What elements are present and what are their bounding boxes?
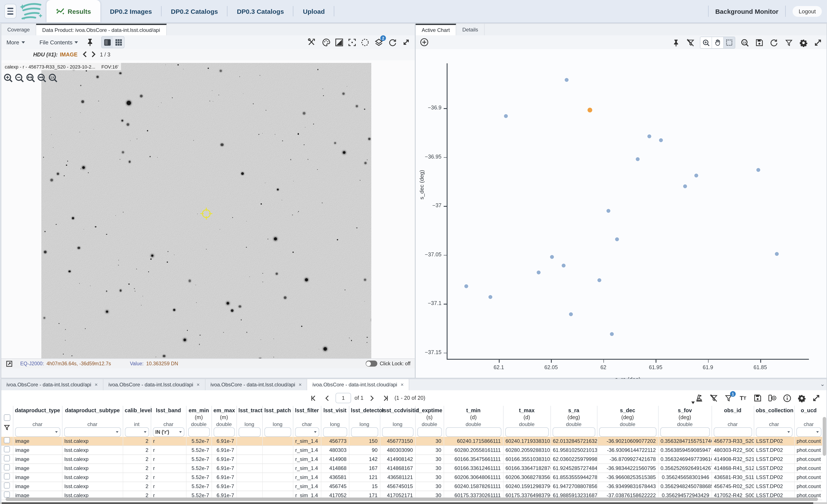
first-page-icon[interactable] xyxy=(308,393,318,403)
pin-icon[interactable] xyxy=(85,37,95,47)
table-tab-3[interactable]: ivoa.ObsCore - data-int.lsst.cloud/api× xyxy=(205,379,307,390)
data-point[interactable] xyxy=(683,184,687,188)
prev-page-icon[interactable] xyxy=(322,393,332,403)
zoom-1x-icon[interactable]: 1X xyxy=(48,73,58,83)
clear-chart-filter-icon[interactable] xyxy=(685,38,696,48)
tab-details[interactable]: Details xyxy=(456,24,485,35)
row-checkbox[interactable] xyxy=(4,455,10,461)
data-point[interactable] xyxy=(647,135,651,139)
main-tab-dp0-2-catalogs[interactable]: DP0.2 Catalogs xyxy=(161,0,228,22)
tab-data-product-ivoa-obscore-data-int-lsst-[interactable]: Data Product: ivoa.ObsCore - data-int.ls… xyxy=(36,24,166,35)
zoom-out-icon[interactable] xyxy=(15,73,24,83)
column-header-s_dec[interactable]: s_dec(deg)double xyxy=(597,406,658,427)
data-point[interactable] xyxy=(537,270,541,274)
chart-settings-icon[interactable] xyxy=(798,38,809,48)
open-expanded-icon[interactable] xyxy=(4,358,14,368)
table-vertical-scrollbar[interactable] xyxy=(823,417,826,456)
data-table[interactable]: dataproduct_typechardataproduct_subtypec… xyxy=(1,406,822,502)
rotate-north-icon[interactable] xyxy=(387,37,398,47)
analyze-icon[interactable] xyxy=(694,393,704,403)
page-number-input[interactable] xyxy=(336,393,351,403)
data-point[interactable] xyxy=(610,332,614,336)
click-lock-toggle[interactable] xyxy=(366,361,377,366)
row-checkbox[interactable] xyxy=(4,473,10,480)
main-tab-upload[interactable]: Upload xyxy=(293,0,334,22)
column-header-s_fov[interactable]: s_fov(deg)double xyxy=(658,406,712,427)
pin-chart-icon[interactable] xyxy=(671,38,681,48)
column-header-lsst_detector[interactable]: lsst_detectorlong xyxy=(349,406,380,427)
data-point[interactable] xyxy=(565,78,569,82)
column-header-lsst_ccdvisitid[interactable]: lsst_ccdvisitidlong xyxy=(380,406,415,427)
logout-button[interactable]: Logout xyxy=(792,6,822,16)
filter-select-calib_level[interactable] xyxy=(125,427,149,437)
table-horizontal-scrollbar[interactable] xyxy=(6,498,818,501)
column-header-t_min[interactable]: t_min(d)double xyxy=(444,406,503,427)
selected-data-point[interactable] xyxy=(587,108,592,112)
filter-input-t_exptime[interactable] xyxy=(417,427,442,437)
data-point[interactable] xyxy=(597,278,601,282)
filter-input-lsst_ccdvisitid[interactable] xyxy=(382,427,413,437)
column-header-lsst_filter[interactable]: lsst_filterchar xyxy=(293,406,321,427)
close-tab-icon[interactable]: × xyxy=(401,382,403,388)
filter-select-dataproduct_subtype[interactable] xyxy=(64,427,121,437)
center-image-icon[interactable] xyxy=(347,37,357,47)
data-point[interactable] xyxy=(636,157,640,161)
data-point[interactable] xyxy=(550,255,554,259)
filter-select-obs_collection[interactable] xyxy=(756,427,792,437)
main-tab-dp0-3-catalogs[interactable]: DP0.3 Catalogs xyxy=(228,0,293,22)
stretch-icon[interactable] xyxy=(334,37,344,47)
zoom-fill-icon[interactable] xyxy=(37,73,47,83)
filter-select-lsst_band[interactable]: IN ('r') xyxy=(153,427,184,437)
scatter-chart[interactable]: −36.9−36.95−37−37.05−37.1−37.1562.162.05… xyxy=(416,49,827,378)
last-page-icon[interactable] xyxy=(381,393,391,403)
hdu-next-icon[interactable] xyxy=(91,51,96,58)
data-point[interactable] xyxy=(569,312,573,316)
column-header-t_exptime[interactable]: t_exptime(s)double xyxy=(415,406,444,427)
data-point[interactable] xyxy=(756,168,760,172)
table-tab-2[interactable]: ivoa.ObsCore - data-int.lsst.cloud/api× xyxy=(103,379,205,390)
grid-view-icon[interactable] xyxy=(113,37,124,48)
add-chart-icon[interactable] xyxy=(419,37,429,47)
column-header-lsst_tract[interactable]: lsst_tractlong xyxy=(237,406,262,427)
chart-zoom-icon[interactable] xyxy=(700,37,712,48)
expand-table-icon[interactable] xyxy=(811,393,821,403)
table-tab-1[interactable]: ivoa.ObsCore - data-int.lsst.cloud/api× xyxy=(1,379,103,390)
table-filter-icon[interactable]: 1 xyxy=(723,393,734,403)
main-tab-results[interactable]: Results xyxy=(47,0,100,22)
column-header-lsst_patch[interactable]: lsst_patchlong xyxy=(262,406,293,427)
select-all-checkbox[interactable] xyxy=(4,414,10,421)
hamburger-menu-icon[interactable] xyxy=(4,4,16,18)
chart-select-icon[interactable] xyxy=(724,37,735,48)
data-point[interactable] xyxy=(615,237,619,241)
table-row-1[interactable]: imagelsst.calexp2r5.52e-76.91e-7r_sim_1.… xyxy=(1,437,822,445)
table-row-6[interactable]: imagelsst.calexp2r5.52e-76.91e-7r_sim_1.… xyxy=(1,482,822,491)
close-tab-icon[interactable]: × xyxy=(95,382,98,388)
filter-input-lsst_detector[interactable] xyxy=(351,427,378,437)
filter-input-em_min[interactable] xyxy=(188,427,209,437)
color-palette-icon[interactable] xyxy=(321,37,331,47)
table-row-5[interactable]: imagelsst.calexp2r5.52e-76.91e-7r_sim_1.… xyxy=(1,472,822,482)
select-region-icon[interactable] xyxy=(360,37,370,47)
restore-chart-icon[interactable] xyxy=(769,38,779,48)
data-point[interactable] xyxy=(504,114,508,118)
column-header-obs_id[interactable]: obs_idchar xyxy=(712,406,754,427)
filter-input-lsst_visit[interactable] xyxy=(323,427,347,437)
column-header-dataproduct_subtype[interactable]: dataproduct_subtypechar xyxy=(62,406,123,427)
filter-input-s_fov[interactable] xyxy=(660,427,710,437)
table-row-2[interactable]: imagelsst.calexp2r5.52e-76.91e-7r_sim_1.… xyxy=(1,445,822,454)
data-point[interactable] xyxy=(694,173,698,178)
column-header-em_max[interactable]: em_max(m)double xyxy=(211,406,237,427)
filter-input-lsst_tract[interactable] xyxy=(238,427,260,437)
data-point[interactable] xyxy=(562,264,566,267)
next-page-icon[interactable] xyxy=(367,393,377,403)
expand-panel-icon[interactable] xyxy=(401,37,411,47)
chart-filter-icon[interactable] xyxy=(783,38,794,48)
row-checkbox[interactable] xyxy=(4,492,10,498)
save-chart-icon[interactable] xyxy=(754,38,765,48)
row-checkbox[interactable] xyxy=(4,446,10,452)
info-icon[interactable] xyxy=(782,393,792,403)
column-header-lsst_band[interactable]: lsst_bandchar xyxy=(151,406,186,427)
table-row-4[interactable]: imagelsst.calexp2r5.52e-76.91e-7r_sim_1.… xyxy=(1,463,822,472)
column-header-o_ucd[interactable]: o_ucdchar xyxy=(794,406,822,427)
data-point[interactable] xyxy=(464,284,468,288)
